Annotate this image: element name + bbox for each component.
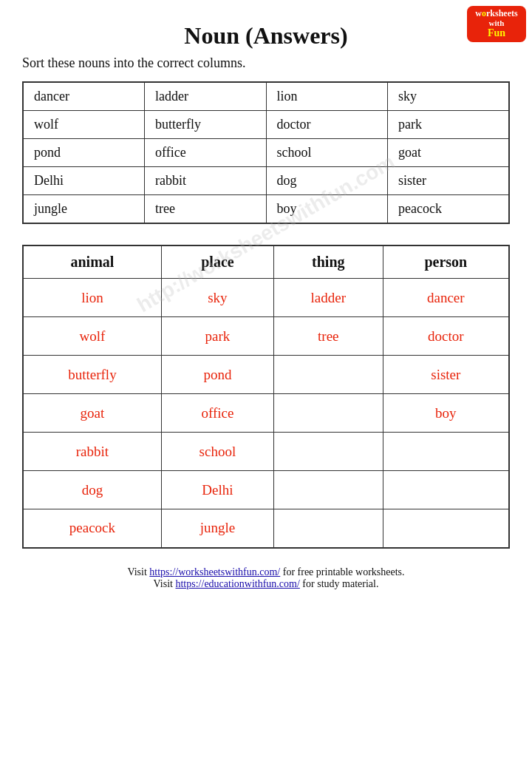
answer-cell: wolf <box>23 317 161 356</box>
answer-row: rabbitschool <box>23 433 509 471</box>
answer-cell <box>274 433 383 471</box>
word-bank-table: dancerladderlionskywolfbutterflydoctorpa… <box>22 81 510 224</box>
answer-cell: goat <box>23 394 161 433</box>
footer: Visit https://worksheetswithfun.com/ for… <box>22 566 510 590</box>
word-bank-cell: butterfly <box>145 111 267 139</box>
answer-row: lionskyladderdancer <box>23 279 509 317</box>
answer-cell: jungle <box>161 509 273 548</box>
answer-header-cell: place <box>161 245 273 279</box>
answer-cell <box>274 356 383 394</box>
answer-cell: Delhi <box>161 471 273 509</box>
answer-cell: sister <box>383 356 509 394</box>
answer-cell: school <box>161 433 273 471</box>
answer-cell: office <box>161 394 273 433</box>
word-bank-cell: dog <box>266 167 388 195</box>
answer-cell: dancer <box>383 279 509 317</box>
word-bank-cell: doctor <box>266 111 388 139</box>
word-bank-cell: boy <box>266 195 388 224</box>
answer-cell <box>383 471 509 509</box>
word-bank-cell: rabbit <box>145 167 267 195</box>
answer-cell <box>274 471 383 509</box>
word-bank-cell: sister <box>388 167 510 195</box>
word-bank-cell: Delhi <box>23 167 145 195</box>
footer-line2-link[interactable]: https://educationwithfun.com/ <box>175 578 299 589</box>
answer-table: animalplacethingperson lionskyladderdanc… <box>22 245 510 549</box>
answer-row: butterflypondsister <box>23 356 509 394</box>
answer-cell: rabbit <box>23 433 161 471</box>
word-bank-row: wolfbutterflydoctorpark <box>23 111 509 139</box>
answer-cell: sky <box>161 279 273 317</box>
word-bank-cell: ladder <box>145 82 267 111</box>
word-bank-cell: jungle <box>23 195 145 224</box>
word-bank-cell: office <box>145 139 267 167</box>
word-bank-cell: wolf <box>23 111 145 139</box>
word-bank-cell: sky <box>388 82 510 111</box>
page-title: Noun (Answers) <box>22 22 510 50</box>
answer-cell: boy <box>383 394 509 433</box>
answer-cell: ladder <box>274 279 383 317</box>
word-bank-row: pondofficeschoolgoat <box>23 139 509 167</box>
word-bank-cell: goat <box>388 139 510 167</box>
footer-line2-prefix: Visit <box>154 578 176 589</box>
logo-fun: Fun <box>488 27 505 38</box>
answer-cell <box>274 394 383 433</box>
answer-cell: lion <box>23 279 161 317</box>
answer-cell: tree <box>274 317 383 356</box>
answer-cell: pond <box>161 356 273 394</box>
logo: worksheets with Fun <box>467 6 526 43</box>
word-bank-cell: lion <box>266 82 388 111</box>
word-bank-cell: school <box>266 139 388 167</box>
footer-line1-prefix: Visit <box>127 566 149 577</box>
answer-row: goatofficeboy <box>23 394 509 433</box>
subtitle: Sort these nouns into the correct column… <box>22 55 510 71</box>
footer-line1-suffix: for free printable worksheets. <box>280 566 404 577</box>
word-bank-cell: dancer <box>23 82 145 111</box>
footer-line2: Visit https://educationwithfun.com/ for … <box>22 578 510 590</box>
word-bank-row: Delhirabbitdogsister <box>23 167 509 195</box>
footer-line2-suffix: for study material. <box>300 578 379 589</box>
footer-line1-link[interactable]: https://worksheetswithfun.com/ <box>149 566 280 577</box>
answer-cell <box>274 509 383 548</box>
answer-header-cell: thing <box>274 245 383 279</box>
answer-cell: doctor <box>383 317 509 356</box>
answer-cell: dog <box>23 471 161 509</box>
word-bank-cell: tree <box>145 195 267 224</box>
answer-cell: peacock <box>23 509 161 548</box>
answer-cell <box>383 433 509 471</box>
word-bank-cell: pond <box>23 139 145 167</box>
word-bank-cell: park <box>388 111 510 139</box>
word-bank-row: dancerladderlionsky <box>23 82 509 111</box>
logo-text: worksheets with Fun <box>475 9 517 39</box>
footer-line1: Visit https://worksheetswithfun.com/ for… <box>22 566 510 578</box>
answer-header-cell: person <box>383 245 509 279</box>
word-bank-row: jungletreeboypeacock <box>23 195 509 224</box>
answer-row: peacockjungle <box>23 509 509 548</box>
answer-cell: park <box>161 317 273 356</box>
answer-cell: butterfly <box>23 356 161 394</box>
answer-row: wolfparktreedoctor <box>23 317 509 356</box>
page-content: Noun (Answers) Sort these nouns into the… <box>0 0 532 605</box>
word-bank-cell: peacock <box>388 195 510 224</box>
answer-cell <box>383 509 509 548</box>
answer-row: dogDelhi <box>23 471 509 509</box>
answer-header-cell: animal <box>23 245 161 279</box>
